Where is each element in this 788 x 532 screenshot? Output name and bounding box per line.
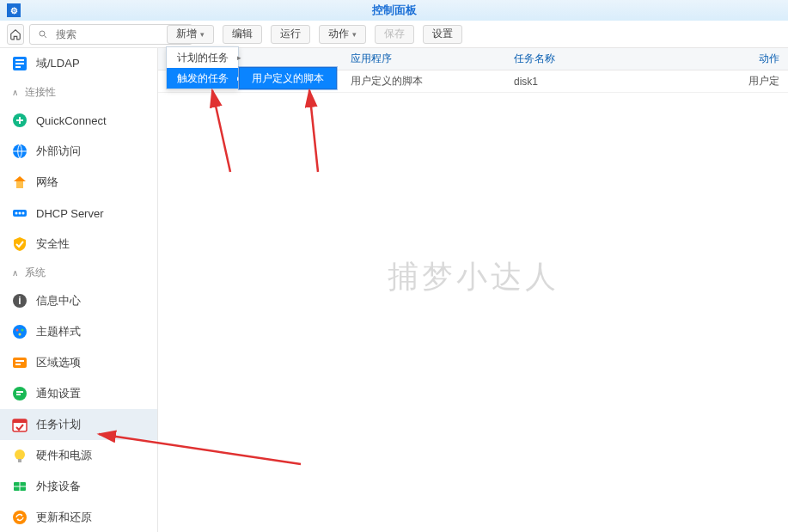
bulb-icon <box>12 448 27 463</box>
device-icon <box>12 479 27 494</box>
globe-icon <box>12 144 27 159</box>
search-icon <box>35 27 51 42</box>
svg-rect-19 <box>13 358 27 368</box>
sidebar-item-info-center[interactable]: i 信息中心 <box>0 285 157 316</box>
edit-button[interactable]: 编辑 <box>223 25 262 44</box>
sidebar-item-regional[interactable]: 区域选项 <box>0 347 157 378</box>
sidebar-item-dhcp-server[interactable]: DHCP Server <box>0 198 157 229</box>
settings-button[interactable]: 设置 <box>423 25 462 44</box>
caret-down-icon: ▾ <box>352 30 357 39</box>
sidebar-item-notification[interactable]: 通知设置 <box>0 378 157 409</box>
svg-point-28 <box>13 511 27 524</box>
svg-point-15 <box>13 325 27 339</box>
sidebar-item-label: DHCP Server <box>36 207 104 220</box>
sidebar-item-label: QuickConnect <box>36 114 107 127</box>
sidebar-item-label: 任务计划 <box>36 417 81 432</box>
caret-down-icon: ▾ <box>200 30 205 39</box>
triggered-task-submenu: 用户定义的脚本 <box>239 67 337 89</box>
network-icon <box>12 174 27 190</box>
svg-point-10 <box>15 212 18 215</box>
sidebar-item-label: 域/LDAP <box>36 56 80 71</box>
svg-point-18 <box>19 333 21 336</box>
chevron-up-icon: ∧ <box>12 268 18 278</box>
menu-item-label: 计划的任务 <box>177 51 229 65</box>
sidebar-item-external-devices[interactable]: 外接设备 <box>0 471 157 502</box>
svg-rect-26 <box>18 459 21 462</box>
home-icon <box>8 27 23 42</box>
home-button[interactable] <box>7 24 24 45</box>
watermark: 捕梦小达人 <box>388 255 559 297</box>
svg-rect-21 <box>15 364 21 365</box>
svg-rect-8 <box>16 181 23 188</box>
run-button[interactable]: 运行 <box>271 25 310 44</box>
column-action[interactable]: 动作 <box>669 48 788 70</box>
column-app[interactable]: 应用程序 <box>342 48 505 70</box>
sidebar-group-connectivity[interactable]: ∧ 连接性 <box>0 79 157 105</box>
svg-rect-3 <box>15 59 24 61</box>
caret-right-icon: ▸ <box>237 53 241 62</box>
sidebar-item-label: 安全性 <box>36 236 70 252</box>
sidebar-item-domain-ldap[interactable]: 域/LDAP <box>0 48 157 79</box>
sidebar: 域/LDAP ∧ 连接性 QuickConnect 外部访问 网络 DHCP S… <box>0 48 158 532</box>
sidebar-item-hardware-power[interactable]: 硬件和电源 <box>0 440 157 471</box>
action-button[interactable]: 动作 ▾ <box>319 25 366 44</box>
dhcp-icon <box>12 205 27 221</box>
svg-point-0 <box>40 31 45 36</box>
svg-point-16 <box>16 329 19 332</box>
domain-icon <box>12 56 27 71</box>
svg-text:i: i <box>18 295 21 307</box>
menu-item-user-script[interactable]: 用户定义的脚本 <box>240 68 336 89</box>
sidebar-group-label: 连接性 <box>25 85 56 100</box>
svg-point-11 <box>19 212 21 215</box>
window-title: 控制面板 <box>372 3 417 18</box>
save-button[interactable]: 保存 <box>375 25 414 44</box>
svg-rect-4 <box>15 63 24 64</box>
cell-task: disk1 <box>505 70 669 92</box>
sidebar-item-theme[interactable]: 主题样式 <box>0 316 157 347</box>
control-panel-icon: ⚙ <box>7 3 21 17</box>
sidebar-item-label: 外接设备 <box>36 479 81 494</box>
quickconnect-icon <box>12 113 27 128</box>
menu-item-scheduled-task[interactable]: 计划的任务 ▸ <box>167 47 238 68</box>
sidebar-item-label: 区域选项 <box>36 355 81 370</box>
sidebar-item-security[interactable]: 安全性 <box>0 229 157 260</box>
refresh-icon <box>12 510 27 525</box>
new-button[interactable]: 新增 ▾ <box>167 25 214 44</box>
svg-point-25 <box>15 449 25 460</box>
calendar-check-icon <box>12 417 27 432</box>
sidebar-item-external-access[interactable]: 外部访问 <box>0 136 157 167</box>
svg-rect-20 <box>15 360 24 362</box>
header-bar <box>0 21 158 48</box>
button-label: 编辑 <box>232 27 253 41</box>
button-label: 保存 <box>384 27 405 41</box>
svg-rect-5 <box>15 66 21 68</box>
button-label: 运行 <box>280 27 301 41</box>
menu-item-label: 用户定义的脚本 <box>252 71 324 86</box>
svg-rect-24 <box>13 419 27 423</box>
sidebar-group-label: 系统 <box>25 266 46 280</box>
sidebar-item-update-restore[interactable]: 更新和还原 <box>0 502 157 532</box>
sidebar-group-system[interactable]: ∧ 系统 <box>0 260 157 285</box>
sidebar-item-label: 通知设置 <box>36 386 81 401</box>
new-menu: 计划的任务 ▸ 触发的任务 ▸ <box>166 46 239 89</box>
menu-item-label: 触发的任务 <box>177 71 229 86</box>
menu-item-triggered-task[interactable]: 触发的任务 ▸ <box>167 68 238 89</box>
sidebar-item-task-scheduler[interactable]: 任务计划 <box>0 409 157 440</box>
cell-action: 用户定 <box>669 70 788 92</box>
cell-app: 用户定义的脚本 <box>342 70 505 92</box>
palette-icon <box>12 324 27 339</box>
sidebar-item-label: 主题样式 <box>36 324 81 339</box>
window-titlebar: ⚙ 控制面板 <box>0 0 788 21</box>
toolbar: 新增 ▾ 编辑 运行 动作 ▾ 保存 设置 <box>158 21 788 48</box>
chevron-up-icon: ∧ <box>12 88 18 97</box>
button-label: 动作 <box>328 27 349 41</box>
sidebar-item-label: 硬件和电源 <box>36 448 92 463</box>
column-task[interactable]: 任务名称 <box>505 48 669 70</box>
sidebar-item-quickconnect[interactable]: QuickConnect <box>0 105 157 136</box>
sidebar-item-network[interactable]: 网络 <box>0 167 157 198</box>
chat-icon <box>12 386 27 401</box>
svg-point-17 <box>21 329 24 332</box>
button-label: 设置 <box>432 27 453 41</box>
svg-line-1 <box>45 35 47 38</box>
regional-icon <box>12 355 27 370</box>
